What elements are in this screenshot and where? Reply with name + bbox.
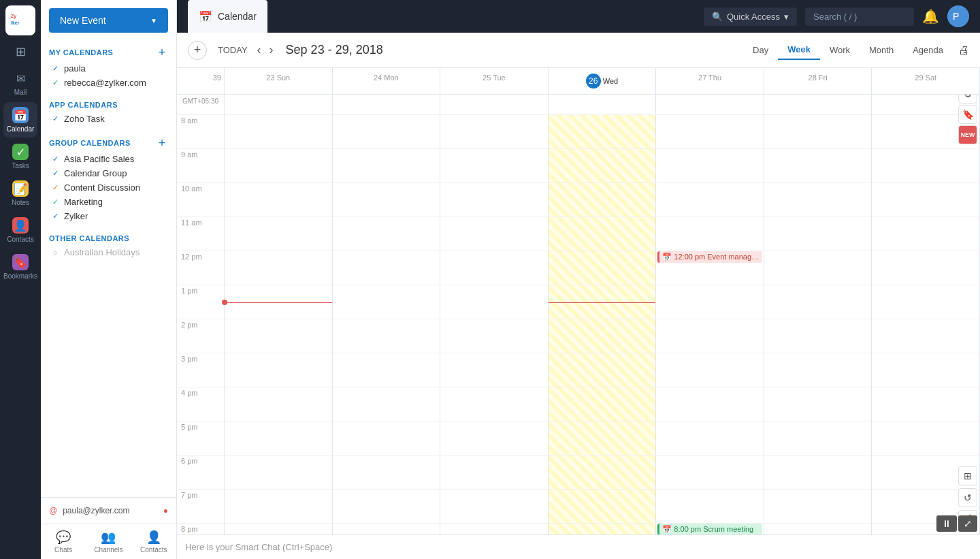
prev-week-button[interactable]: ‹ (253, 40, 265, 60)
cell-Sun-11-am[interactable] (225, 217, 333, 251)
cell-Wed-8-pm[interactable] (549, 524, 657, 534)
cell-Tue-7-pm[interactable] (440, 490, 549, 524)
add-group-calendar-button[interactable]: + (156, 137, 168, 149)
cell-Sat-4-pm[interactable] (872, 387, 980, 421)
cell-Wed-10-am[interactable] (549, 183, 657, 217)
sidebar-item-mail[interactable]: ✉ Mail (3, 65, 37, 101)
cell-Sun-2-pm[interactable] (225, 319, 333, 353)
cell-Mon-10-am[interactable] (333, 183, 441, 217)
cell-Fri-4-pm[interactable] (764, 387, 872, 421)
cell-Fri-3-pm[interactable] (764, 353, 872, 387)
new-badge-button[interactable]: NEW (958, 125, 977, 144)
cell-Mon-11-am[interactable] (333, 217, 441, 251)
calendar-tab[interactable]: 📅 Calendar (188, 0, 267, 33)
cell-Sun-1-pm[interactable] (225, 285, 333, 319)
cell-Fri-10-am[interactable] (764, 183, 872, 217)
cell-Sat-10-am[interactable] (872, 183, 980, 217)
print-button[interactable]: 🖨 (958, 40, 969, 60)
cell-Sun-3-pm[interactable] (225, 353, 333, 387)
calendar-item-australian[interactable]: ○ Australian Holidays (49, 245, 168, 259)
event-scrum[interactable]: 📅 8:00 pm Scrum meeting (657, 524, 762, 534)
view-work-button[interactable]: Work (820, 40, 860, 60)
today-button[interactable]: TODAY (212, 42, 253, 58)
sidebar-item-calendar[interactable]: 📅 Calendar (3, 102, 37, 138)
cell-Tue-5-pm[interactable] (440, 421, 549, 456)
cell-Mon-6-pm[interactable] (333, 456, 441, 490)
view-agenda-button[interactable]: Agenda (903, 40, 953, 60)
cell-Mon-2-pm[interactable] (333, 319, 441, 353)
cell-Mon-7-pm[interactable] (333, 490, 441, 524)
cell-Fri-2-pm[interactable] (764, 319, 872, 353)
cell-Sat-5-pm[interactable] (872, 421, 980, 456)
calendar-item-zohotask[interactable]: ✓ Zoho Task (49, 112, 168, 126)
cell-Thu-4-pm[interactable] (656, 387, 764, 421)
cell-Wed-2-pm[interactable] (549, 319, 657, 353)
cell-Tue-8-pm[interactable] (440, 524, 549, 534)
cell-Fri-12-pm[interactable] (764, 251, 872, 285)
search-input[interactable] (805, 7, 914, 26)
cell-Sun-12-pm[interactable] (225, 251, 333, 285)
bottom-nav-chats[interactable]: 💬 Chats (41, 524, 86, 559)
cell-Tue-9-am[interactable] (440, 149, 549, 183)
bottom-nav-contacts[interactable]: 👤 Contacts (131, 524, 176, 559)
cell-Wed-7-pm[interactable] (549, 490, 657, 524)
cell-Tue-4-pm[interactable] (440, 387, 549, 421)
cell-Sat-9-am[interactable] (872, 149, 980, 183)
cell-Thu-5-pm[interactable] (656, 421, 764, 456)
cell-Wed-5-pm[interactable] (549, 421, 657, 456)
cell-Tue-10-am[interactable] (440, 183, 549, 217)
cell-Sun-6-pm[interactable] (225, 456, 333, 490)
sidebar-item-bookmarks[interactable]: 🔖 Bookmarks (3, 249, 37, 285)
bottom-nav-channels[interactable]: 👥 Channels (86, 524, 131, 559)
cell-Thu-7-pm[interactable] (656, 490, 764, 524)
cell-Wed-12-pm[interactable] (549, 251, 657, 285)
pause-chat-button[interactable]: ⏸ (936, 515, 957, 532)
sidebar-item-tasks[interactable]: ✓ Tasks (3, 139, 37, 174)
calendar-item-contentdiscussion[interactable]: ✓ Content Discussion (49, 180, 168, 195)
cell-Wed-11-am[interactable] (549, 217, 657, 251)
cell-Mon-1-pm[interactable] (333, 285, 441, 319)
cell-Wed-9-am[interactable] (549, 149, 657, 183)
cell-Fri-5-pm[interactable] (764, 421, 872, 456)
calendar-item-asiapacific[interactable]: ✓ Asia Pacific Sales (49, 152, 168, 166)
notification-button[interactable]: 🔔 (922, 8, 939, 25)
cell-Mon-4-pm[interactable] (333, 387, 441, 421)
cell-Sat-11-am[interactable] (872, 217, 980, 251)
cell-Fri-1-pm[interactable] (764, 285, 872, 319)
cell-Tue-1-pm[interactable] (440, 285, 549, 319)
next-week-button[interactable]: › (265, 40, 278, 60)
cell-Sun-9-am[interactable] (225, 149, 333, 183)
cell-Fri-11-am[interactable] (764, 217, 872, 251)
calendar-item-calgroup[interactable]: ✓ Calendar Group (49, 166, 168, 180)
smart-chat-bar[interactable]: Here is your Smart Chat (Ctrl+Space) (177, 534, 980, 559)
quick-access-button[interactable]: 🔍 Quick Access ▾ (704, 7, 797, 26)
cell-Tue-2-pm[interactable] (440, 319, 549, 353)
cell-Thu-2-pm[interactable] (656, 319, 764, 353)
cell-Mon-8-am[interactable] (333, 115, 441, 149)
event-manager[interactable]: 📅 12:00 pm Event manage... (657, 251, 762, 263)
view-week-button[interactable]: Week (778, 40, 820, 60)
cell-Fri-8-am[interactable] (764, 115, 872, 149)
view-month-button[interactable]: Month (860, 40, 903, 60)
cell-Mon-3-pm[interactable] (333, 353, 441, 387)
cell-Thu-12-pm[interactable]: 📅 12:00 pm Event manage... (656, 251, 764, 285)
cell-Thu-6-pm[interactable] (656, 456, 764, 490)
cell-Thu-10-am[interactable] (656, 183, 764, 217)
cell-Tue-8-am[interactable] (440, 115, 549, 149)
cell-Sat-12-pm[interactable] (872, 251, 980, 285)
bookmark-right-button[interactable]: 🔖 (958, 105, 977, 124)
cell-Thu-9-am[interactable] (656, 149, 764, 183)
cell-Sun-4-pm[interactable] (225, 387, 333, 421)
cell-Fri-7-pm[interactable] (764, 490, 872, 524)
calendar-item-marketing[interactable]: ✓ Marketing (49, 195, 168, 209)
user-avatar[interactable]: P (947, 5, 969, 27)
cell-Sat-1-pm[interactable] (872, 285, 980, 319)
calendar-item-rebecca[interactable]: ✓ rebecca@zylker.com (49, 76, 168, 90)
cell-Thu-8-pm[interactable]: 📅 8:00 pm Scrum meeting (656, 524, 764, 534)
cell-Mon-12-pm[interactable] (333, 251, 441, 285)
cell-Mon-9-am[interactable] (333, 149, 441, 183)
cell-Sat-3-pm[interactable] (872, 353, 980, 387)
cell-Sat-2-pm[interactable] (872, 319, 980, 353)
cell-Tue-3-pm[interactable] (440, 353, 549, 387)
grid-icon[interactable]: ⊞ (10, 41, 31, 63)
